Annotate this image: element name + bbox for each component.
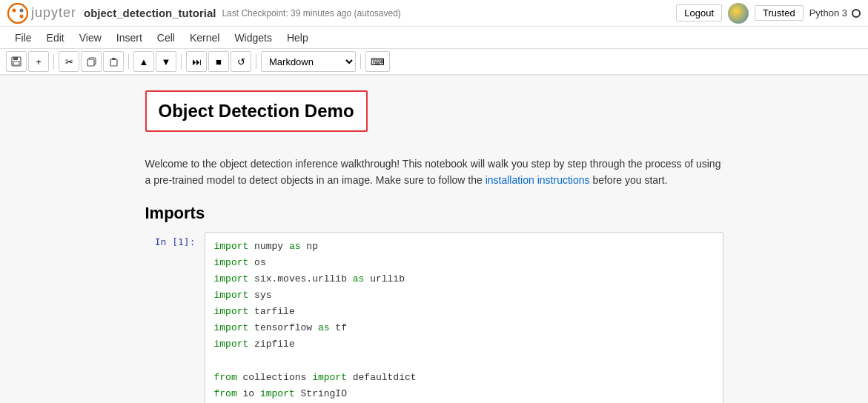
trusted-button[interactable]: Trusted (755, 5, 804, 21)
svg-rect-10 (112, 58, 116, 60)
svg-point-0 (8, 4, 27, 23)
cell-area: Object Detection Demo Welcome to the obj… (101, 90, 768, 403)
toolbar-sep-5 (360, 54, 361, 69)
svg-point-3 (20, 8, 24, 12)
code-line-8: from collections import defaultdict (214, 370, 714, 386)
code-cell-body[interactable]: import numpy as np import os import six.… (205, 232, 723, 403)
cell-prompt: In [1]: (145, 232, 205, 247)
toolbar-sep-4 (256, 54, 256, 69)
kernel-name: Python 3 (809, 7, 847, 19)
heading-cell-content: Object Detection Demo (145, 90, 368, 132)
installation-link[interactable]: installation instructions (486, 174, 590, 186)
cut-button[interactable]: ✂ (59, 51, 79, 72)
kernel-info: Python 3 (809, 7, 861, 19)
code-line-9: from io import StringIO (214, 386, 714, 402)
topbar: jupyter object_detection_tutorial Last C… (0, 0, 868, 27)
copy-button[interactable] (81, 51, 102, 72)
menu-widgets[interactable]: Widgets (227, 29, 279, 47)
toolbar-sep-3 (181, 54, 182, 69)
code-line-1: import numpy as np (214, 239, 714, 255)
menu-edit[interactable]: Edit (39, 29, 72, 47)
stop-button[interactable]: ■ (208, 51, 229, 72)
paste-icon (109, 57, 119, 67)
menu-file[interactable]: File (7, 29, 39, 47)
main-heading: Object Detection Demo (159, 101, 354, 121)
jupyter-logo: jupyter (7, 3, 76, 24)
toolbar-sep-2 (128, 54, 129, 69)
toolbar-sep-1 (53, 54, 54, 69)
run-button[interactable]: ⏭ (186, 51, 207, 72)
description-text-2: before you start. (590, 174, 668, 186)
python-logo-icon (728, 3, 749, 24)
menu-insert[interactable]: Insert (109, 29, 150, 47)
menu-cell[interactable]: Cell (150, 29, 182, 47)
copy-icon (87, 57, 96, 67)
jupyter-logo-icon (7, 3, 28, 24)
logout-button[interactable]: Logout (676, 4, 722, 21)
jupyter-brand-text: jupyter (31, 5, 76, 21)
kernel-circle-icon (852, 9, 861, 18)
right-controls: Logout Trusted Python 3 (676, 3, 861, 24)
code-line-6: import tensorflow as tf (214, 320, 714, 336)
svg-rect-9 (110, 59, 117, 66)
menu-help[interactable]: Help (279, 29, 316, 47)
code-line-5: import tarfile (214, 304, 714, 320)
move-up-button[interactable]: ▲ (133, 51, 154, 72)
description-cell: Welcome to the object detection inferenc… (145, 156, 723, 189)
menu-kernel[interactable]: Kernel (182, 29, 227, 47)
add-cell-button[interactable]: + (28, 51, 49, 72)
heading-cell: Object Detection Demo (145, 90, 723, 144)
checkpoint-text: Last Checkpoint: 39 minutes ago (autosav… (222, 8, 400, 19)
move-down-button[interactable]: ▼ (156, 51, 176, 72)
svg-point-2 (20, 14, 24, 18)
code-line-blank (214, 353, 714, 369)
toolbar: + ✂ ▲ ▼ ⏭ ■ ↺ Markdown Code Raw NBConver… (0, 49, 868, 76)
imports-heading: Imports (145, 204, 723, 223)
svg-rect-8 (87, 59, 94, 66)
svg-rect-6 (13, 61, 19, 65)
notebook-title: object_detection_tutorial (84, 7, 216, 19)
menubar: File Edit View Insert Cell Kernel Widget… (0, 27, 868, 49)
imports-section: Imports (145, 204, 723, 223)
code-cell-imports: In [1]: import numpy as np import os imp… (145, 232, 723, 403)
code-line-7: import zipfile (214, 336, 714, 353)
restart-button[interactable]: ↺ (231, 51, 251, 72)
code-line-2: import os (214, 255, 714, 271)
notebook-body: Object Detection Demo Welcome to the obj… (0, 76, 868, 403)
save-icon (11, 56, 21, 67)
keyboard-shortcuts-button[interactable]: ⌨ (365, 51, 390, 72)
cell-type-select[interactable]: Markdown Code Raw NBConvert (261, 51, 356, 72)
paste-button[interactable] (103, 51, 124, 72)
svg-rect-5 (13, 57, 18, 60)
save-button[interactable] (6, 51, 27, 72)
code-line-4: import sys (214, 287, 714, 304)
code-line-3: import six.moves.urllib as urllib (214, 271, 714, 287)
menu-view[interactable]: View (72, 29, 109, 47)
svg-point-1 (13, 8, 16, 12)
